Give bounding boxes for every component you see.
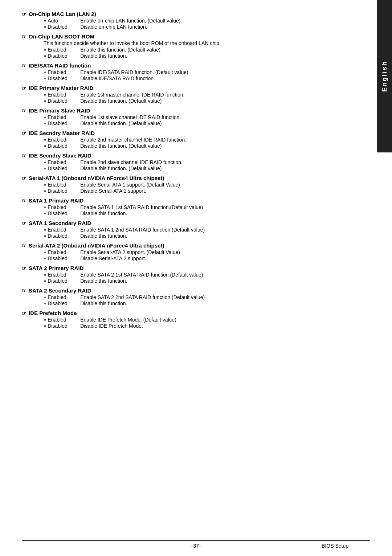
option-row-serial-ata-1-0: »EnabledEnable Serial-ATA 1 support. (De… [44,182,352,188]
bullet-icon: » [44,227,46,233]
section-on-chip-mac-lan: ☞On-Chip MAC Lan (LAN 2)»AutoEnable on-c… [22,11,352,30]
section-arrow-icon: ☞ [22,288,26,294]
option-label: Disabled [48,255,80,261]
section-title-sata-2-secondary-raid: ☞SATA 2 Secondary RAID [22,287,352,294]
option-row-sata-2-primary-raid-0: »EnabledEnable SATA 2 1st SATA RAID func… [44,272,352,278]
option-desc: Enable this function. (Default value) [80,47,160,53]
option-row-sata-2-secondary-raid-0: »EnabledEnable SATA 2 2nd SATA RAID func… [44,294,352,300]
option-row-ide-prefetch-mode-1: »DisabledDisable IDE Prefetch Mode. [44,323,352,329]
option-row-sata-2-primary-raid-1: »DisabledDisable this function. [44,278,352,284]
option-desc: Enable SATA 2 2nd SATA RAID function.(De… [80,294,205,300]
option-row-on-chip-lan-boot-rom-0: »EnabledEnable this function. (Default v… [44,47,352,53]
section-title-text: SATA 2 Secondary RAID [29,287,91,294]
section-serial-ata-2: ☞Serial-ATA 2 (Onboard nVIDIA nForce4 Ul… [22,242,352,261]
option-desc: Disable this function. [80,53,127,59]
option-row-ide-primary-slave-raid-1: »DisabledDisable this function. (Default… [44,120,352,126]
section-title-sata-2-primary-raid: ☞SATA 2 Primary RAID [22,265,352,271]
option-desc: Enable Serial-ATA 2 support. (Default Va… [80,249,180,255]
bullet-icon: » [44,278,46,284]
option-row-sata-1-primary-raid-0: »EnabledEnable SATA 1 1st SATA RAID func… [44,204,352,210]
option-label: Disabled [48,188,80,194]
option-label: Auto [48,18,80,24]
bullet-icon: » [44,120,46,126]
section-sata-1-secondary-raid: ☞SATA 1 Secondary RAID»EnabledEnable SAT… [22,220,352,239]
option-desc: Disable on-chip LAN function. [80,24,147,30]
section-ide-secndry-master-raid: ☞IDE Secndry Master RAID»EnabledEnable 2… [22,130,352,149]
section-arrow-icon: ☞ [22,34,26,40]
option-row-serial-ata-1-1: »DisabledDisable Serial-ATA 1 support. [44,188,352,194]
section-title-text: SATA 1 Secondary RAID [29,220,91,226]
section-title-on-chip-mac-lan: ☞On-Chip MAC Lan (LAN 2) [22,11,352,17]
option-label: Disabled [48,24,80,30]
bullet-icon: » [44,249,46,255]
section-title-text: On-Chip LAN BOOT ROM [29,33,94,40]
bullet-icon: » [44,233,46,239]
option-desc: Disable Serial-ATA 2 support. [80,255,146,261]
option-desc: Enable on-chip LAN function. (Default va… [80,18,180,24]
option-row-ide-primary-slave-raid-0: »EnabledEnable 1st slave channel IDE RAI… [44,114,352,120]
option-row-sata-1-primary-raid-1: »DisabledDisable this function. [44,210,352,216]
bullet-icon: » [44,255,46,261]
option-desc: Enable SATA 2 1st SATA RAID function.(De… [80,272,203,278]
section-note-on-chip-lan-boot-rom: This function decide whether to invoke t… [44,40,352,46]
option-label: Enabled [48,317,80,323]
bullet-icon: » [44,24,46,30]
bullet-icon: » [44,98,46,104]
option-row-ide-primary-master-raid-1: »DisabledDisable this function. (Default… [44,98,352,104]
option-desc: Disable this function. (Default value) [80,165,162,171]
section-arrow-icon: ☞ [22,175,26,181]
option-label: Enabled [48,159,80,165]
section-title-ide-prefetch-mode: ☞IDE Prefetch Mode [22,310,352,316]
bullet-icon: » [44,272,46,278]
page-container: English ☞On-Chip MAC Lan (LAN 2)»AutoEna… [0,0,392,556]
option-desc: Enable SATA 1 2nd SATA RAID function.(De… [80,227,205,233]
section-arrow-icon: ☞ [22,85,26,91]
option-row-on-chip-mac-lan-0: »AutoEnable on-chip LAN function. (Defau… [44,18,352,24]
sidebar-english: English [377,0,392,152]
section-arrow-icon: ☞ [22,265,26,271]
section-arrow-icon: ☞ [22,198,26,204]
option-label: Enabled [48,227,80,233]
option-label: Disabled [48,143,80,149]
option-label: Disabled [48,210,80,216]
option-desc: Disable IDE Prefetch Mode. [80,323,143,329]
bullet-icon: » [44,294,46,300]
option-row-on-chip-mac-lan-1: »DisabledDisable on-chip LAN function. [44,24,352,30]
section-arrow-icon: ☞ [22,153,26,159]
option-label: Disabled [48,233,80,239]
section-title-ide-primary-slave-raid: ☞IDE Primary Slave RAID [22,107,352,114]
option-row-ide-secndry-master-raid-1: »DisabledDisable this function. (Default… [44,143,352,149]
option-desc: Enable 1st slave channel IDE RAID functi… [80,114,181,120]
section-arrow-icon: ☞ [22,310,26,316]
sidebar-label: English [381,61,388,92]
option-row-ide-secndry-slave-raid-0: »EnabledEnable 2nd slave channel IDE RAI… [44,159,352,165]
section-title-text: SATA 1 Primary RAID [29,197,83,204]
option-row-on-chip-lan-boot-rom-1: »DisabledDisable this function. [44,53,352,59]
option-label: Enabled [48,47,80,53]
option-label: Enabled [48,182,80,188]
section-title-serial-ata-1: ☞Serial-ATA 1 (Onboard nVIDIA nForce4 Ul… [22,175,352,181]
section-title-on-chip-lan-boot-rom: ☞On-Chip LAN BOOT ROM [22,33,352,40]
bullet-icon: » [44,182,46,188]
section-title-text: Serial-ATA 1 (Onboard nVIDIA nForce4 Ult… [29,175,164,181]
bullet-icon: » [44,18,46,24]
main-content: ☞On-Chip MAC Lan (LAN 2)»AutoEnable on-c… [22,11,352,329]
option-label: Enabled [48,249,80,255]
section-title-text: IDE Primary Master RAID [29,85,93,91]
option-desc: Enable 2nd master channel IDE RAID funct… [80,137,186,143]
section-title-text: SATA 2 Primary RAID [29,265,83,271]
option-desc: Disable this function. [80,233,127,239]
section-arrow-icon: ☞ [22,220,26,226]
section-title-text: IDE Secndry Master RAID [29,130,95,136]
option-desc: Disable this function. [80,301,127,306]
option-desc: Disable this function. [80,210,127,216]
option-label: Disabled [48,278,80,284]
option-row-ide-prefetch-mode-0: »EnabledEnable IDE Prefetch Mode. (Defau… [44,317,352,323]
bullet-icon: » [44,188,46,194]
option-desc: Disable Serial-ATA 1 support. [80,188,146,194]
footer-label: BIOS Setup [322,543,348,549]
bullet-icon: » [44,137,46,143]
bullet-icon: » [44,75,46,81]
option-label: Disabled [48,323,80,329]
option-row-sata-1-secondary-raid-0: »EnabledEnable SATA 1 2nd SATA RAID func… [44,227,352,233]
